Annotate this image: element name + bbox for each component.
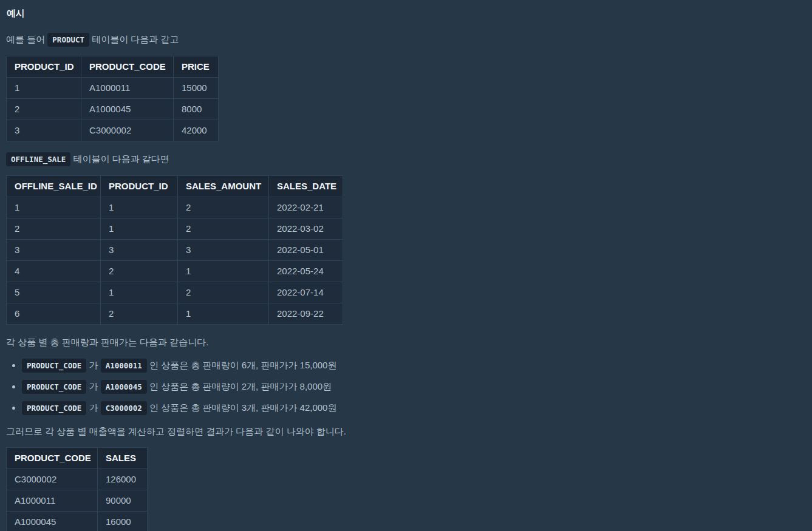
- inline-code-product-code: PRODUCT_CODE: [22, 401, 86, 415]
- intro-text-before: 예를 들어: [6, 34, 45, 44]
- table-cell: 15000: [174, 78, 219, 99]
- column-header: PRODUCT_CODE: [81, 56, 174, 78]
- table-cell: 4: [7, 261, 101, 282]
- table-cell: A1000045: [7, 512, 98, 531]
- table-cell: 3: [7, 240, 101, 261]
- table-row: A100001190000: [7, 490, 148, 512]
- table-cell: 2022-05-01: [269, 240, 343, 261]
- table-row: 2A10000458000: [7, 99, 219, 120]
- table-cell: 3: [7, 120, 81, 141]
- table-cell: 2: [7, 218, 101, 240]
- table-cell: 90000: [98, 490, 148, 512]
- table-cell: A1000011: [81, 78, 174, 99]
- bullet-text: 인 상품은 총 판매량이 3개, 판매가가 42,000원: [149, 402, 336, 413]
- table-row: A100004516000: [7, 512, 148, 531]
- inline-code-value: C3000002: [101, 401, 147, 415]
- table-cell: 1: [178, 261, 269, 282]
- result-table: PRODUCT_CODESALESC3000002126000A10000119…: [6, 447, 148, 531]
- column-header: OFFLINE_SALE_ID: [7, 176, 101, 197]
- column-header: SALES_AMOUNT: [178, 176, 269, 197]
- table-cell: 2: [178, 282, 269, 303]
- table-row: 6212022-09-22: [7, 303, 343, 325]
- table-cell: 2022-07-14: [269, 282, 343, 303]
- offline-sale-table: OFFLINE_SALE_IDPRODUCT_IDSALES_AMOUNTSAL…: [6, 175, 343, 325]
- summary-paragraph: 각 상품 별 총 판매량과 판매가는 다음과 같습니다.: [6, 335, 806, 349]
- inline-code-offline-sale-table: OFFLINE_SALE: [6, 152, 70, 166]
- table-cell: 2: [101, 261, 178, 282]
- table-cell: 1: [101, 197, 178, 218]
- table-row: C3000002126000: [7, 469, 148, 490]
- table-cell: 2: [101, 303, 178, 325]
- table-header-row: PRODUCT_CODESALES: [7, 448, 148, 469]
- offline-text-after: 테이블이 다음과 같다면: [73, 154, 169, 164]
- column-header: PRODUCT_ID: [7, 56, 81, 78]
- bullet-text: 가: [89, 402, 98, 413]
- table-cell: 2: [178, 218, 269, 240]
- column-header: SALES: [98, 448, 148, 469]
- table-cell: C3000002: [7, 469, 98, 490]
- sales-summary-list: PRODUCT_CODE 가 A1000011 인 상품은 총 판매량이 6개,…: [6, 358, 806, 415]
- table-header-row: OFFLINE_SALE_IDPRODUCT_IDSALES_AMOUNTSAL…: [7, 176, 343, 197]
- section-heading: 예시: [7, 8, 806, 19]
- inline-code-value: A1000045: [101, 380, 147, 394]
- table-cell: 1: [101, 282, 178, 303]
- table-header-row: PRODUCT_IDPRODUCT_CODEPRICE: [7, 56, 219, 78]
- table-cell: A1000045: [81, 99, 174, 120]
- list-item: PRODUCT_CODE 가 C3000002 인 상품은 총 판매량이 3개,…: [22, 401, 806, 415]
- offline-sale-paragraph: OFFLINE_SALE 테이블이 다음과 같다면: [6, 152, 806, 166]
- column-header: PRODUCT_ID: [101, 176, 178, 197]
- intro-text-after: 테이블이 다음과 같고: [92, 34, 179, 44]
- table-cell: 2022-05-24: [269, 261, 343, 282]
- table-cell: C3000002: [81, 120, 174, 141]
- table-row: 5122022-07-14: [7, 282, 343, 303]
- table-cell: 8000: [174, 99, 219, 120]
- table-cell: 2022-09-22: [269, 303, 343, 325]
- column-header: PRODUCT_CODE: [7, 448, 98, 469]
- table-cell: 6: [7, 303, 101, 325]
- table-row: 4212022-05-24: [7, 261, 343, 282]
- table-cell: 2022-02-21: [269, 197, 343, 218]
- bullet-text: 인 상품은 총 판매량이 2개, 판매가가 8,000원: [149, 381, 332, 391]
- problem-description-example-section: 예시 예를 들어 PRODUCT 테이블이 다음과 같고 PRODUCT_IDP…: [6, 8, 806, 531]
- inline-code-product-table: PRODUCT: [47, 33, 89, 47]
- table-cell: 1: [178, 303, 269, 325]
- table-row: 3332022-05-01: [7, 240, 343, 261]
- table-cell: A1000011: [7, 490, 98, 512]
- bullet-text: 가: [89, 360, 98, 370]
- inline-code-product-code: PRODUCT_CODE: [22, 380, 86, 394]
- inline-code-product-code: PRODUCT_CODE: [22, 359, 86, 373]
- table-cell: 2: [178, 197, 269, 218]
- list-item: PRODUCT_CODE 가 A1000045 인 상품은 총 판매량이 2개,…: [22, 379, 806, 394]
- bullet-text: 인 상품은 총 판매량이 6개, 판매가가 15,000원: [149, 360, 336, 370]
- inline-code-value: A1000011: [101, 359, 147, 373]
- table-cell: 2022-03-02: [269, 218, 343, 240]
- table-row: 1122022-02-21: [7, 197, 343, 218]
- table-row: 2122022-03-02: [7, 218, 343, 240]
- table-cell: 3: [178, 240, 269, 261]
- column-header: PRICE: [174, 56, 219, 78]
- table-cell: 1: [7, 78, 81, 99]
- table-cell: 1: [101, 218, 178, 240]
- table-cell: 1: [7, 197, 101, 218]
- table-cell: 5: [7, 282, 101, 303]
- product-table: PRODUCT_IDPRODUCT_CODEPRICE1A10000111500…: [6, 56, 219, 141]
- table-cell: 3: [101, 240, 178, 261]
- bullet-text: 가: [89, 381, 98, 391]
- table-cell: 16000: [98, 512, 148, 531]
- table-cell: 2: [7, 99, 81, 120]
- table-cell: 42000: [174, 120, 219, 141]
- intro-paragraph: 예를 들어 PRODUCT 테이블이 다음과 같고: [6, 32, 806, 47]
- table-row: 3C300000242000: [7, 120, 219, 141]
- column-header: SALES_DATE: [269, 176, 343, 197]
- table-row: 1A100001115000: [7, 78, 219, 99]
- list-item: PRODUCT_CODE 가 A1000011 인 상품은 총 판매량이 6개,…: [22, 358, 806, 373]
- conclusion-paragraph: 그러므로 각 상품 별 매출액을 계산하고 정렬하면 결과가 다음과 같이 나와…: [6, 424, 806, 438]
- table-cell: 126000: [98, 469, 148, 490]
